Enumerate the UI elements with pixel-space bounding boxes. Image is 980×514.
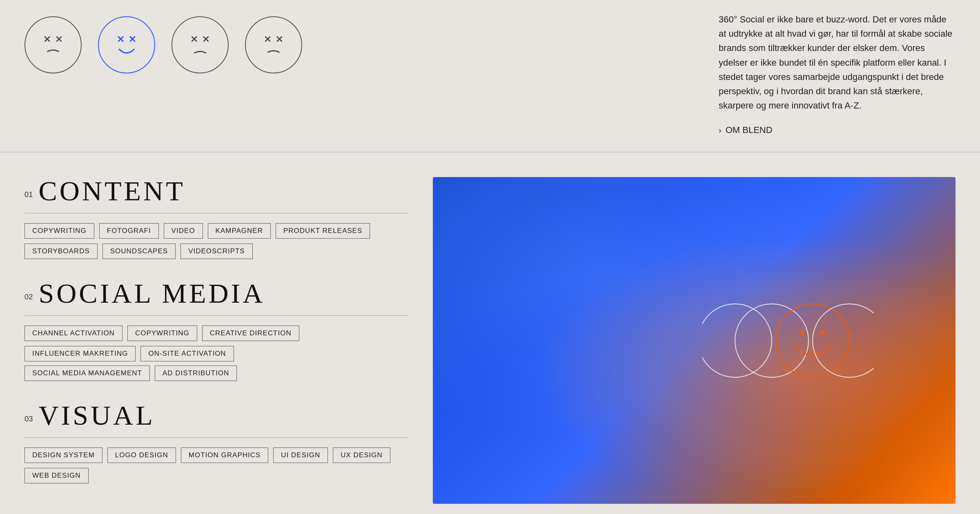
service-divider-3	[24, 437, 408, 438]
tag-ad-distribution[interactable]: AD DISTRIBUTION	[155, 366, 237, 381]
tag-videoscripts[interactable]: VIDEOSCRIPTS	[180, 244, 253, 259]
tag-copywriting-2[interactable]: COPYWRITING	[127, 326, 197, 341]
tag-soundscapes[interactable]: SOUNDSCAPES	[102, 244, 176, 259]
service-title-visual: VISUAL	[38, 401, 155, 429]
content-tags: COPYWRITING FOTOGRAFI VIDEO KAMPAGNER PR…	[24, 223, 408, 259]
tag-ux-design[interactable]: UX DESIGN	[333, 448, 390, 463]
service-number-2: 02	[24, 293, 33, 304]
svg-point-19	[800, 330, 805, 335]
service-heading-visual: 03 VISUAL	[24, 401, 408, 429]
tag-storyboards[interactable]: STORYBOARDS	[24, 244, 98, 259]
svg-point-21	[813, 304, 874, 377]
tag-logo-design[interactable]: LOGO DESIGN	[107, 448, 176, 463]
svg-point-16	[702, 304, 772, 377]
service-social-media: 02 SOCIAL MEDIA CHANNEL ACTIVATION COPYW…	[24, 279, 408, 381]
tag-video[interactable]: VIDEO	[164, 223, 203, 239]
image-gradient-overlay	[433, 177, 956, 504]
social-tags-row-1: CHANNEL ACTIVATION COPYWRITING CREATIVE …	[24, 326, 408, 361]
smiley-decoration	[702, 292, 874, 390]
main-section: 01 CONTENT COPYWRITING FOTOGRAFI VIDEO K…	[0, 153, 980, 504]
tag-web-design[interactable]: WEB DESIGN	[24, 468, 89, 483]
tag-fotografi[interactable]: FOTOGRAFI	[99, 223, 159, 239]
service-heading-content: 01 CONTENT	[24, 177, 408, 205]
tag-produkt-releases[interactable]: PRODUKT RELEASES	[276, 223, 370, 239]
right-image	[433, 177, 956, 504]
left-content: 01 CONTENT COPYWRITING FOTOGRAFI VIDEO K…	[24, 177, 433, 504]
top-section: 360° Social er ikke bare et buzz-word. D…	[0, 0, 980, 152]
face-1[interactable]	[24, 16, 82, 73]
service-number-1: 01	[24, 191, 33, 202]
service-divider-1	[24, 213, 408, 213]
tag-kampagner[interactable]: KAMPAGNER	[208, 223, 271, 239]
tag-social-media-management[interactable]: SOCIAL MEDIA MANAGEMENT	[24, 366, 150, 381]
tag-copywriting[interactable]: COPYWRITING	[24, 223, 94, 239]
service-content: 01 CONTENT COPYWRITING FOTOGRAFI VIDEO K…	[24, 177, 408, 259]
text-area: 360° Social er ikke bare et buzz-word. D…	[702, 12, 956, 135]
tag-on-site-activation[interactable]: ON-SITE ACTIVATION	[140, 346, 234, 361]
visual-tags: DESIGN SYSTEM LOGO DESIGN MOTION GRAPHIC…	[24, 448, 408, 483]
tag-influencer-makreting[interactable]: INFLUENCER MAKRETING	[24, 346, 136, 361]
chevron-icon: ›	[719, 126, 722, 135]
service-number-3: 03	[24, 415, 33, 426]
tag-creative-direction[interactable]: CREATIVE DIRECTION	[202, 326, 299, 341]
service-title-content: CONTENT	[38, 177, 185, 205]
service-divider-2	[24, 315, 408, 316]
faces-area	[24, 12, 702, 73]
face-2-active[interactable]	[98, 16, 155, 73]
service-title-social: SOCIAL MEDIA	[38, 279, 265, 307]
face-3[interactable]	[172, 16, 229, 73]
om-blend-link[interactable]: › OM BLEND	[719, 125, 956, 135]
om-blend-label: OM BLEND	[726, 125, 773, 135]
face-4[interactable]	[245, 16, 302, 73]
tag-motion-graphics[interactable]: MOTION GRAPHICS	[181, 448, 269, 463]
tag-ui-design[interactable]: UI DESIGN	[273, 448, 328, 463]
social-tags-row-2: SOCIAL MEDIA MANAGEMENT AD DISTRIBUTION	[24, 366, 408, 381]
service-visual: 03 VISUAL DESIGN SYSTEM LOGO DESIGN MOTI…	[24, 401, 408, 483]
service-heading-social: 02 SOCIAL MEDIA	[24, 279, 408, 307]
description-text: 360° Social er ikke bare et buzz-word. D…	[719, 12, 956, 113]
tag-design-system[interactable]: DESIGN SYSTEM	[24, 448, 102, 463]
svg-point-20	[820, 330, 825, 335]
tag-channel-activation[interactable]: CHANNEL ACTIVATION	[24, 326, 122, 341]
